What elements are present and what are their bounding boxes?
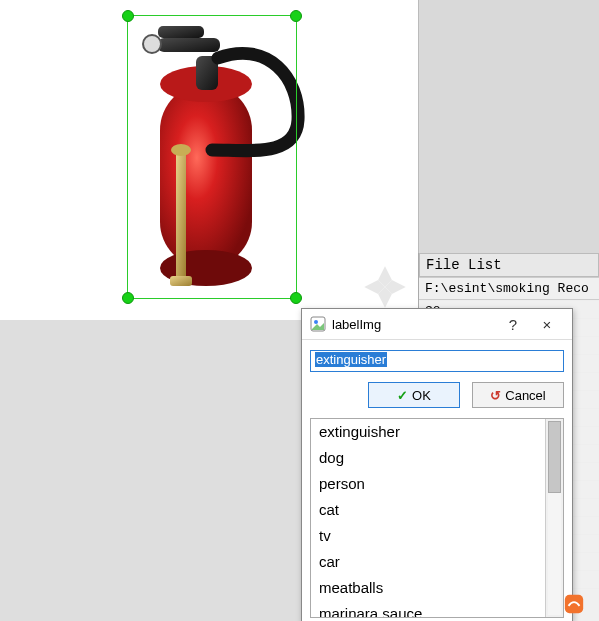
footer-app-icon	[563, 593, 585, 615]
scrollbar-thumb[interactable]	[548, 421, 561, 493]
ok-button-label: OK	[412, 388, 431, 403]
label-option[interactable]: cat	[311, 497, 546, 523]
label-option[interactable]: tv	[311, 523, 546, 549]
file-list-title: File List	[419, 253, 599, 277]
file-list-path[interactable]: F:\esint\smoking Reco	[419, 277, 599, 299]
image-canvas[interactable]	[0, 0, 419, 320]
label-option[interactable]: meatballs	[311, 575, 546, 601]
svg-point-11	[314, 320, 318, 324]
undo-icon: ↺	[490, 388, 501, 403]
app-icon	[310, 316, 326, 332]
cancel-button[interactable]: ↺ Cancel	[472, 382, 564, 408]
label-option[interactable]: extinguisher	[311, 419, 546, 445]
resize-handle-tl[interactable]	[122, 10, 134, 22]
label-name-input[interactable]: extinguisher	[310, 350, 564, 372]
resize-handle-tr[interactable]	[290, 10, 302, 22]
cancel-button-label: Cancel	[505, 388, 545, 403]
scrollbar[interactable]	[545, 419, 563, 617]
dialog-titlebar[interactable]: labelImg ? ×	[302, 309, 572, 340]
label-option[interactable]: marinara sauce	[311, 601, 546, 617]
close-button[interactable]: ×	[530, 313, 564, 335]
dialog-title: labelImg	[332, 317, 496, 332]
label-option[interactable]: dog	[311, 445, 546, 471]
label-option[interactable]: car	[311, 549, 546, 575]
help-button[interactable]: ?	[496, 313, 530, 335]
corner-motif-icon	[362, 264, 408, 310]
bounding-box[interactable]	[127, 15, 297, 299]
ok-button[interactable]: ✓ OK	[368, 382, 460, 408]
label-options-list[interactable]: extinguisherdogpersoncattvcarmeatballsma…	[310, 418, 564, 618]
svg-rect-12	[565, 595, 583, 613]
label-dialog: labelImg ? × extinguisher ✓ OK ↺ Cancel …	[301, 308, 573, 621]
label-name-value: extinguisher	[315, 352, 387, 367]
check-icon: ✓	[397, 388, 408, 403]
resize-handle-bl[interactable]	[122, 292, 134, 304]
resize-handle-br[interactable]	[290, 292, 302, 304]
label-option[interactable]: person	[311, 471, 546, 497]
